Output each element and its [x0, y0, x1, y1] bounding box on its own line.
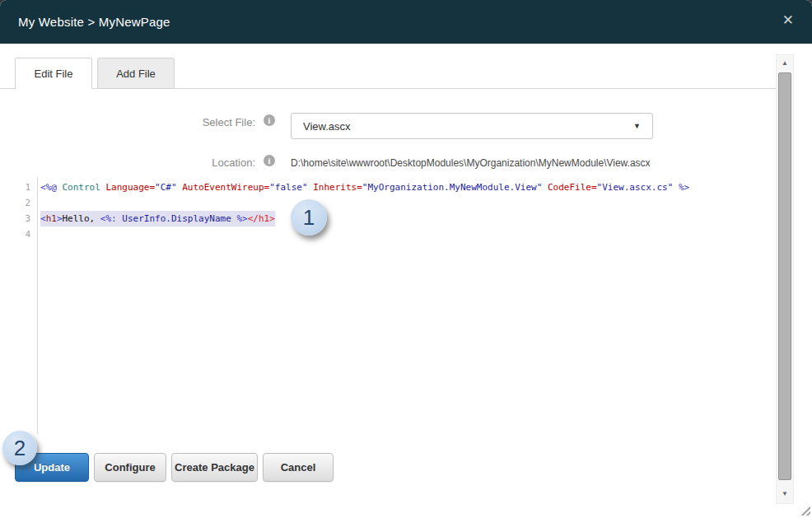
select-file-dropdown[interactable]: View.ascx ▼ [291, 113, 653, 139]
edit-module-dialog: My Website > MyNewPage ✕ Edit File Add F… [0, 0, 812, 518]
code-line[interactable]: <%@ Control Language="C#" AutoEventWireu… [40, 180, 771, 195]
cancel-button[interactable]: Cancel [263, 453, 334, 482]
line-number: 1 [0, 180, 30, 195]
annotation-1: 1 [291, 199, 327, 236]
select-file-label: Select File: [124, 116, 255, 128]
code-line[interactable]: <h1>Hello, <%: UserInfo.DisplayName %></… [40, 211, 771, 226]
code-line[interactable] [40, 195, 771, 211]
code-lines[interactable]: <%@ Control Language="C#" AutoEventWireu… [39, 177, 771, 434]
resize-grip-icon[interactable] [800, 506, 810, 516]
action-button-row: Update Configure Create Package Cancel [15, 453, 334, 482]
scrollbar-thumb[interactable] [778, 72, 791, 480]
dialog-title: My Website > MyNewPage [0, 15, 170, 29]
code-text: <%@ Control Language="C#" AutoEventWireu… [40, 180, 689, 195]
location-label: Location: [124, 156, 255, 169]
configure-button[interactable]: Configure [94, 453, 166, 482]
code-editor[interactable]: 1234 <%@ Control Language="C#" AutoEvent… [0, 177, 771, 434]
scroll-up-icon[interactable]: ▲ [777, 59, 793, 67]
code-line[interactable] [40, 226, 771, 242]
tab-bar: Edit File Add File [15, 58, 175, 89]
close-icon[interactable]: ✕ [782, 13, 794, 27]
line-number: 2 [0, 195, 30, 211]
page-background: My Website > MyNewPage ✕ Edit File Add F… [0, 0, 812, 518]
highlighted-code: <h1>Hello, <%: UserInfo.DisplayName %></… [40, 211, 275, 226]
info-icon[interactable]: i [264, 155, 275, 166]
dropdown-arrow-icon: ▼ [633, 122, 641, 130]
location-path: D:\home\site\wwwroot\DesktopModules\MyOr… [291, 157, 651, 169]
vertical-scrollbar[interactable]: ▲ ▼ [776, 54, 794, 504]
dialog-header: My Website > MyNewPage ✕ [0, 0, 812, 44]
select-file-value: View.ascx [303, 120, 351, 133]
annotation-2: 2 [2, 431, 37, 465]
line-number: 3 [0, 211, 30, 226]
gutter: 1234 [0, 177, 38, 434]
info-icon[interactable]: i [264, 114, 275, 126]
line-number: 4 [0, 226, 30, 242]
tab-add-file[interactable]: Add File [97, 58, 175, 89]
scroll-down-icon[interactable]: ▼ [777, 490, 793, 497]
tab-edit-file[interactable]: Edit File [15, 58, 92, 89]
create-package-button[interactable]: Create Package [171, 453, 258, 482]
